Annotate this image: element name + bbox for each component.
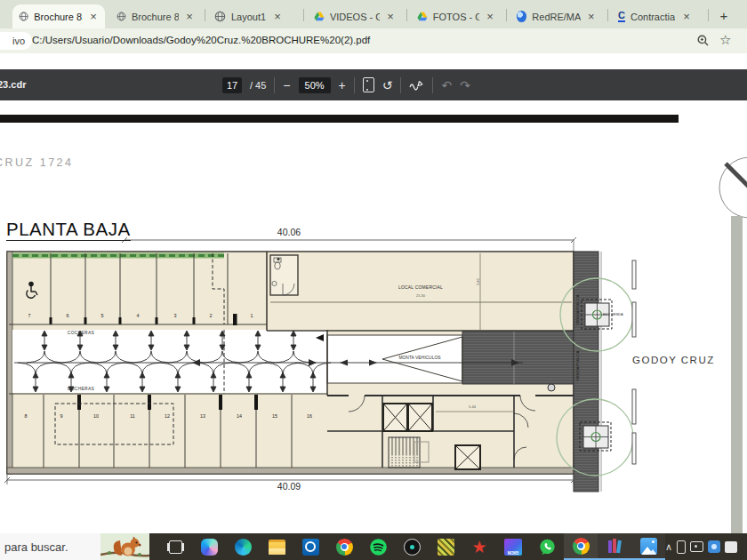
zoom-level-input[interactable]: 50% bbox=[299, 77, 331, 93]
tab-label: Layout1 bbox=[231, 12, 266, 22]
star-app-button[interactable]: ★ bbox=[469, 533, 490, 560]
tab-videos[interactable]: VIDEOS - Go × bbox=[308, 4, 402, 28]
chrome-button[interactable] bbox=[333, 533, 355, 560]
spot-number: 6 bbox=[62, 314, 73, 319]
outlook-button[interactable] bbox=[300, 533, 321, 560]
street-name-label: GODOY CRUZ bbox=[632, 355, 715, 366]
tab-brochure-2[interactable]: Brochure 8.1 × bbox=[110, 4, 201, 28]
core-dim: 5.44 bbox=[459, 405, 486, 409]
drive-icon bbox=[417, 11, 428, 22]
copilot-icon bbox=[201, 539, 218, 556]
media-player-button[interactable] bbox=[401, 533, 422, 560]
address-bar[interactable]: ivo C:/Users/Usuario/Downloads/Godoy%20C… bbox=[0, 28, 747, 53]
task-view-button[interactable] bbox=[165, 533, 186, 560]
phone-device-icon[interactable] bbox=[677, 540, 686, 554]
remax-icon bbox=[517, 11, 526, 22]
tab-label: Contractia bbox=[631, 12, 675, 22]
m365-icon: M365 bbox=[504, 539, 522, 556]
plan-title: PLANTA BAJA bbox=[6, 220, 131, 241]
monta-vehiculos-label: MONTA VEHICULOS bbox=[376, 356, 464, 360]
close-icon[interactable]: × bbox=[271, 11, 284, 23]
toolbar-separator bbox=[400, 77, 401, 93]
contractia-icon: C bbox=[618, 11, 625, 22]
tab-label: Brochure 8.1 bbox=[34, 12, 83, 22]
spot-number: 5 bbox=[97, 314, 108, 319]
drive-icon bbox=[314, 11, 325, 22]
outlook-icon bbox=[302, 539, 319, 556]
system-tray: ∧ bbox=[665, 540, 731, 554]
copilot-button[interactable] bbox=[198, 533, 220, 560]
close-icon[interactable]: × bbox=[385, 11, 396, 23]
document-title: 23.cdr bbox=[0, 79, 26, 90]
photos-app[interactable] bbox=[631, 533, 665, 560]
close-icon[interactable]: × bbox=[586, 11, 597, 23]
file-explorer-icon bbox=[269, 540, 285, 555]
spot-number: 12 bbox=[162, 414, 173, 420]
spot-number: 8 bbox=[20, 414, 31, 420]
spot-number: 1 bbox=[246, 314, 257, 319]
tab-separator bbox=[205, 9, 205, 21]
tab-label: Brochure 8.1 bbox=[132, 12, 179, 22]
cocheras-label-bottom: COCHERAS bbox=[52, 387, 110, 391]
spotify-button[interactable] bbox=[367, 533, 389, 560]
spot-number: 3 bbox=[170, 314, 181, 319]
zoom-out-button[interactable]: − bbox=[283, 78, 290, 92]
toolbar-separator bbox=[274, 77, 275, 93]
tab-layout1[interactable]: Layout1 × bbox=[208, 4, 299, 28]
vereda-label-1: VEREDA PUBLICA bbox=[576, 295, 580, 325]
vereda-label-2: VEREDA PUBLICA bbox=[576, 351, 580, 381]
globe-icon bbox=[116, 11, 126, 22]
tab-contractia[interactable]: C Contractia × bbox=[612, 4, 704, 28]
zoom-in-button[interactable]: + bbox=[339, 78, 346, 92]
annotate-pen-icon[interactable] bbox=[409, 78, 424, 92]
messenger-tray-icon[interactable] bbox=[708, 540, 720, 553]
fit-page-button[interactable] bbox=[363, 77, 374, 92]
close-icon[interactable]: × bbox=[184, 11, 195, 23]
page-number-input[interactable]: 17 bbox=[222, 77, 242, 93]
tray-expand-icon[interactable]: ∧ bbox=[665, 541, 672, 553]
tab-fotos[interactable]: FOTOS - Go × bbox=[411, 4, 502, 28]
whatsapp-button[interactable] bbox=[536, 533, 558, 560]
tab-label: FOTOS - Go bbox=[433, 12, 479, 22]
spot-number: 16 bbox=[304, 414, 315, 420]
file-explorer-button[interactable] bbox=[266, 533, 287, 560]
tab-separator bbox=[406, 9, 407, 21]
partial-tray-icon[interactable] bbox=[725, 541, 737, 553]
dimension-top: 40.06 bbox=[262, 228, 316, 238]
new-tab-button[interactable]: + bbox=[713, 5, 735, 27]
camera-device-icon[interactable] bbox=[690, 541, 703, 552]
chrome-active-app[interactable] bbox=[564, 533, 598, 560]
taskbar-search-box[interactable]: para buscar. bbox=[0, 533, 100, 560]
winrar-app[interactable] bbox=[598, 533, 631, 560]
tab-separator bbox=[506, 9, 507, 21]
toolbar-separator bbox=[354, 77, 355, 93]
spot-number: 10 bbox=[91, 414, 101, 420]
bookmark-star-icon[interactable]: ☆ bbox=[719, 32, 731, 48]
floor-plan-drawing bbox=[0, 100, 747, 533]
tab-brochure-1[interactable]: Brochure 8.1 × bbox=[12, 4, 105, 28]
rotate-icon[interactable]: ↺ bbox=[382, 78, 393, 92]
corel-button[interactable] bbox=[435, 533, 456, 560]
edge-button[interactable] bbox=[232, 533, 253, 560]
m365-button[interactable]: M365 bbox=[502, 533, 524, 560]
redo-icon[interactable]: ↷ bbox=[460, 78, 470, 92]
taskbar-apps: ★ M365 ∧ bbox=[149, 533, 731, 560]
pdf-page: CRUZ 1724 PLANTA BAJA 40.06 40.09 COCHER… bbox=[0, 100, 747, 533]
corel-icon bbox=[438, 539, 454, 556]
url-text[interactable]: C:/Users/Usuario/Downloads/Godoy%20Cruz.… bbox=[32, 35, 370, 45]
local-comercial-label: LOCAL COMERCIAL bbox=[377, 285, 465, 290]
bookmarks-strip bbox=[0, 53, 747, 69]
close-icon[interactable]: × bbox=[88, 11, 99, 23]
tab-remax[interactable]: RedRE/MAX × bbox=[510, 4, 603, 28]
search-highlight-squirrel[interactable] bbox=[100, 533, 149, 560]
search-icon[interactable] bbox=[696, 34, 710, 47]
close-icon[interactable]: × bbox=[485, 11, 495, 23]
pdf-scrollbar[interactable] bbox=[731, 216, 743, 533]
bici-senda-label: BICI SENDA bbox=[603, 313, 623, 316]
tab-label: VIDEOS - Go bbox=[330, 12, 380, 22]
close-icon[interactable]: × bbox=[680, 11, 693, 23]
local-width-dim: 21.30 bbox=[381, 294, 461, 298]
spot-number: 2 bbox=[205, 314, 216, 319]
file-scheme-chip[interactable]: ivo bbox=[0, 32, 32, 50]
undo-icon[interactable]: ↶ bbox=[441, 78, 452, 92]
